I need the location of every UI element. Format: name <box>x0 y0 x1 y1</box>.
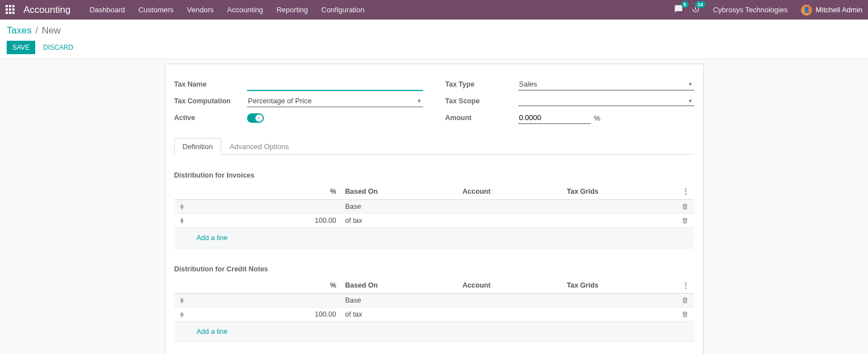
col-pct: % <box>190 278 341 294</box>
amount-unit: % <box>594 114 601 122</box>
caret-down-icon: ▼ <box>688 98 693 104</box>
user-menu[interactable]: 👤 Mitchell Admin <box>801 4 862 16</box>
drag-handle-icon[interactable]: ▲▼ <box>179 298 186 303</box>
nav-accounting[interactable]: Accounting <box>220 0 269 20</box>
cell-tax-grids[interactable] <box>562 308 677 322</box>
active-toggle[interactable]: ✓ <box>247 113 264 123</box>
col-pct: % <box>190 184 341 200</box>
section-invoices-title: Distribution for Invoices <box>174 171 694 179</box>
col-tax-grids: Tax Grids <box>562 278 677 294</box>
label-tax-type: Tax Type <box>445 80 518 88</box>
label-amount: Amount <box>445 114 518 122</box>
amount-input[interactable] <box>518 112 591 124</box>
credit-table: % Based On Account Tax Grids ⋮ ▲▼ Base 🗑 <box>174 278 694 342</box>
user-name: Mitchell Admin <box>815 6 862 14</box>
nav-configuration[interactable]: Configuration <box>315 0 371 20</box>
cell-account[interactable] <box>458 308 562 322</box>
nav-reporting[interactable]: Reporting <box>270 0 315 20</box>
tax-type-select[interactable]: Sales ▼ <box>518 78 694 90</box>
cell-based-on[interactable]: of tax <box>341 308 458 322</box>
tax-name-input[interactable] <box>247 78 423 91</box>
label-tax-scope: Tax Scope <box>445 97 518 105</box>
trash-icon[interactable]: 🗑 <box>677 214 694 228</box>
messages-icon[interactable]: 5 <box>674 4 683 15</box>
nav-menu: Dashboard Customers Vendors Accounting R… <box>83 0 371 20</box>
apps-icon[interactable] <box>6 5 16 15</box>
avatar: 👤 <box>801 4 812 16</box>
label-tax-name: Tax Name <box>174 80 247 88</box>
label-active: Active <box>174 114 247 122</box>
kebab-icon[interactable]: ⋮ <box>682 187 690 196</box>
top-navbar: Accounting Dashboard Customers Vendors A… <box>0 0 868 20</box>
nav-vendors[interactable]: Vendors <box>181 0 221 20</box>
tax-scope-select[interactable]: ▼ <box>518 97 694 106</box>
cell-tax-grids[interactable] <box>562 214 677 228</box>
col-based-on: Based On <box>341 184 458 200</box>
activities-icon[interactable]: 14 <box>691 4 700 15</box>
kebab-icon[interactable]: ⋮ <box>682 281 690 290</box>
form-sheet: Tax Name Tax Computation Percentage of P… <box>165 64 704 354</box>
tab-definition[interactable]: Definition <box>174 138 221 155</box>
cell-account[interactable] <box>458 294 562 308</box>
company-switcher[interactable]: Cybrosys Technologies <box>713 6 788 14</box>
breadcrumb-current: New <box>42 25 61 36</box>
trash-icon[interactable]: 🗑 <box>677 308 694 322</box>
discard-button[interactable]: DISCARD <box>37 41 79 54</box>
table-row[interactable]: ▲▼ Base 🗑 <box>174 200 694 214</box>
activities-badge: 14 <box>695 1 705 8</box>
caret-down-icon: ▼ <box>688 82 693 87</box>
table-row[interactable]: ▲▼ 100.00 of tax 🗑 <box>174 214 694 228</box>
drag-handle-icon[interactable]: ▲▼ <box>179 204 186 209</box>
col-tax-grids: Tax Grids <box>562 184 677 200</box>
col-account: Account <box>458 184 562 200</box>
control-panel: Taxes / New SAVE DISCARD <box>0 20 868 59</box>
cell-based-on[interactable]: Base <box>341 200 458 214</box>
drag-handle-icon[interactable]: ▲▼ <box>179 312 186 317</box>
cell-pct[interactable]: 100.00 <box>190 214 341 228</box>
save-button[interactable]: SAVE <box>7 41 35 54</box>
cell-based-on[interactable]: Base <box>341 294 458 308</box>
cell-account[interactable] <box>458 214 562 228</box>
messages-badge: 5 <box>681 1 689 8</box>
label-tax-computation: Tax Computation <box>174 97 247 105</box>
trash-icon[interactable]: 🗑 <box>677 294 694 308</box>
tax-computation-value: Percentage of Price <box>248 97 312 105</box>
nav-customers[interactable]: Customers <box>132 0 181 20</box>
caret-down-icon: ▼ <box>417 98 422 104</box>
cell-tax-grids[interactable] <box>562 200 677 214</box>
add-line-credit[interactable]: Add a line <box>179 324 690 339</box>
nav-dashboard[interactable]: Dashboard <box>83 0 132 20</box>
cell-pct[interactable] <box>190 200 341 214</box>
invoices-table: % Based On Account Tax Grids ⋮ ▲▼ Base 🗑 <box>174 184 694 248</box>
breadcrumb: Taxes / New <box>7 25 859 36</box>
table-row[interactable]: ▲▼ 100.00 of tax 🗑 <box>174 308 694 322</box>
app-name[interactable]: Accounting <box>23 4 70 16</box>
cell-based-on[interactable]: of tax <box>341 214 458 228</box>
col-based-on: Based On <box>341 278 458 294</box>
tax-computation-select[interactable]: Percentage of Price ▼ <box>247 95 423 107</box>
tabs: Definition Advanced Options <box>174 138 694 155</box>
section-credit-title: Distribution for Credit Notes <box>174 265 694 273</box>
cell-pct[interactable] <box>190 294 341 308</box>
tab-advanced[interactable]: Advanced Options <box>221 138 297 155</box>
tax-type-value: Sales <box>519 80 538 88</box>
table-row[interactable]: ▲▼ Base 🗑 <box>174 294 694 308</box>
trash-icon[interactable]: 🗑 <box>677 200 694 214</box>
add-line-invoices[interactable]: Add a line <box>179 231 690 245</box>
drag-handle-icon[interactable]: ▲▼ <box>179 218 186 223</box>
col-account: Account <box>458 278 562 294</box>
breadcrumb-parent[interactable]: Taxes <box>7 25 31 36</box>
cell-pct[interactable]: 100.00 <box>190 308 341 322</box>
cell-tax-grids[interactable] <box>562 294 677 308</box>
cell-account[interactable] <box>458 200 562 214</box>
check-icon: ✓ <box>255 114 263 122</box>
